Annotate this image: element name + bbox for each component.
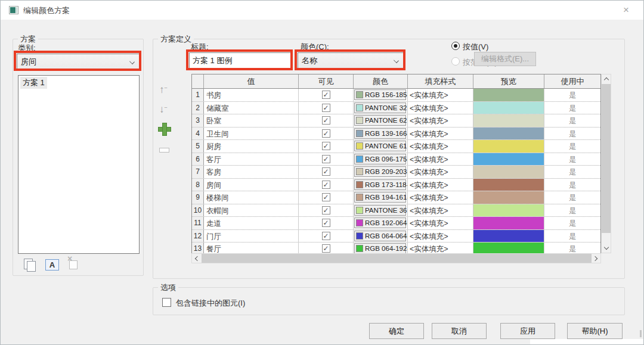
color-button[interactable]: PANTONE 36 (354, 205, 406, 216)
visible-cell: ✓ (299, 102, 354, 114)
color-button[interactable]: RGB 139-166- (354, 128, 406, 139)
fill-pattern-cell[interactable]: <实体填充> (408, 204, 473, 217)
fill-pattern-cell[interactable]: <实体填充> (408, 102, 473, 114)
color-button[interactable]: RGB 173-118- (354, 179, 406, 190)
color-button[interactable]: PANTONE 61 (354, 141, 406, 151)
table-row[interactable]: 2储藏室✓PANTONE 32<实体填充>是 (192, 102, 600, 115)
value-cell[interactable]: 客房 (204, 166, 299, 178)
fill-pattern-cell[interactable]: <实体填充> (408, 140, 473, 153)
table-row[interactable]: 10衣帽间✓PANTONE 36<实体填充>是 (192, 204, 600, 217)
scroll-down-icon[interactable] (602, 244, 611, 253)
value-cell[interactable]: 书房 (204, 89, 299, 101)
table-row[interactable]: 9楼梯间✓RGB 194-161-<实体填充>是 (192, 191, 600, 204)
fill-pattern-cell[interactable]: <实体填充> (408, 217, 473, 229)
color-button[interactable]: RGB 156-185- (354, 89, 406, 100)
table-row[interactable]: 5厨房✓PANTONE 61<实体填充>是 (192, 140, 600, 153)
color-button[interactable]: RGB 209-203- (354, 166, 406, 177)
vertical-scroll-thumb[interactable] (602, 84, 611, 233)
by-range-radio[interactable] (451, 57, 460, 66)
value-cell[interactable]: 卫生间 (204, 128, 299, 140)
visible-checkbox[interactable]: ✓ (322, 206, 330, 215)
value-cell[interactable]: 房间 (204, 179, 299, 191)
fill-pattern-cell[interactable]: <实体填充> (408, 114, 473, 127)
value-cell[interactable]: 储藏室 (204, 102, 299, 114)
table-row[interactable]: 4卫生间✓RGB 139-166-<实体填充>是 (192, 128, 600, 141)
close-icon[interactable]: × (616, 3, 636, 17)
color-label: 颜色(C): (301, 42, 329, 52)
table-row[interactable]: 12门厅✓RGB 064-064-<实体填充>是 (192, 230, 600, 243)
fill-pattern-cell[interactable]: <实体填充> (408, 191, 473, 204)
visible-checkbox[interactable]: ✓ (322, 142, 330, 150)
color-button[interactable]: PANTONE 32 (354, 102, 406, 113)
value-cell[interactable]: 楼梯间 (204, 191, 299, 204)
value-cell[interactable]: 餐厅 (204, 243, 299, 254)
vertical-scrollbar[interactable] (601, 74, 611, 253)
color-button[interactable]: RGB 192-064- (354, 217, 406, 228)
horizontal-scroll-thumb[interactable] (202, 254, 592, 263)
include-linked-checkbox[interactable] (162, 298, 171, 307)
color-button[interactable]: RGB 194-161- (354, 192, 406, 203)
visible-checkbox[interactable]: ✓ (322, 219, 330, 227)
color-button[interactable]: RGB 064-064- (354, 231, 406, 241)
table-row[interactable]: 6客厅✓RGB 096-175-<实体填充>是 (192, 153, 600, 166)
move-down-icon[interactable]: ↓– (159, 104, 168, 116)
value-cell[interactable]: 卧室 (204, 114, 299, 127)
title-input[interactable] (189, 52, 291, 69)
scheme-listbox[interactable]: 方案 1 (18, 75, 140, 254)
scroll-up-icon[interactable] (602, 74, 611, 83)
delete-scheme-icon[interactable] (69, 260, 78, 269)
value-cell[interactable]: 衣帽间 (204, 204, 299, 217)
table-row[interactable]: 13餐厅✓RGB 064-192-<实体填充>是 (192, 243, 600, 254)
visible-checkbox[interactable]: ✓ (322, 193, 330, 201)
color-cell: RGB 156-185- (354, 89, 408, 101)
fill-pattern-cell[interactable]: <实体填充> (408, 243, 473, 254)
move-up-icon[interactable]: ↑– (159, 84, 168, 96)
table-row[interactable]: 8房间✓RGB 173-118-<实体填充>是 (192, 179, 600, 192)
scroll-left-icon[interactable] (192, 254, 201, 263)
scheme-list-item[interactable]: 方案 1 (20, 77, 47, 89)
fill-pattern-cell[interactable]: <实体填充> (408, 153, 473, 166)
table-row[interactable]: 11走道✓RGB 192-064-<实体填充>是 (192, 217, 600, 230)
visible-checkbox[interactable]: ✓ (322, 104, 330, 112)
color-button[interactable]: RGB 096-175- (354, 154, 406, 164)
help-button[interactable]: 帮助(H) (567, 323, 623, 339)
row-number-cell: 9 (192, 191, 204, 204)
visible-checkbox[interactable]: ✓ (322, 155, 330, 163)
table-row[interactable]: 1书房✓RGB 156-185-<实体填充>是 (192, 89, 600, 102)
in-use-cell: 是 (544, 114, 600, 127)
horizontal-scrollbar[interactable] (191, 253, 601, 263)
fill-pattern-cell[interactable]: <实体填充> (408, 230, 473, 243)
fill-pattern-cell[interactable]: <实体填充> (408, 179, 473, 191)
visible-checkbox[interactable]: ✓ (322, 91, 330, 99)
visible-checkbox[interactable]: ✓ (322, 116, 330, 125)
add-value-icon[interactable] (158, 123, 170, 135)
preview-swatch (473, 179, 544, 191)
color-button[interactable]: PANTONE 62 (354, 115, 406, 126)
color-dropdown[interactable]: 名称 (298, 52, 404, 69)
apply-button[interactable]: 应用 (500, 323, 555, 339)
visible-checkbox[interactable]: ✓ (322, 232, 330, 240)
fill-pattern-cell[interactable]: <实体填充> (408, 128, 473, 140)
color-button[interactable]: RGB 064-192- (354, 243, 406, 254)
visible-cell: ✓ (299, 89, 354, 101)
rename-scheme-icon[interactable]: A (45, 259, 59, 271)
value-cell[interactable]: 客厅 (204, 153, 299, 166)
table-row[interactable]: 7客房✓RGB 209-203-<实体填充>是 (192, 166, 600, 179)
visible-checkbox[interactable]: ✓ (322, 244, 330, 253)
value-cell[interactable]: 走道 (204, 217, 299, 229)
cancel-button[interactable]: 取消 (432, 323, 487, 339)
visible-checkbox[interactable]: ✓ (322, 129, 330, 138)
resize-grip[interactable] (640, 330, 642, 337)
ok-button[interactable]: 确定 (369, 323, 424, 339)
value-cell[interactable]: 厨房 (204, 140, 299, 153)
by-value-radio[interactable] (451, 42, 460, 50)
fill-pattern-cell[interactable]: <实体填充> (408, 166, 473, 178)
table-row[interactable]: 3卧室✓PANTONE 62<实体填充>是 (192, 114, 600, 128)
category-dropdown[interactable]: 房间 (17, 54, 140, 70)
visible-checkbox[interactable]: ✓ (322, 167, 330, 176)
value-cell[interactable]: 门厅 (204, 230, 299, 243)
scroll-right-icon[interactable] (592, 254, 600, 263)
duplicate-scheme-icon[interactable] (24, 259, 37, 272)
visible-checkbox[interactable]: ✓ (322, 181, 330, 189)
fill-pattern-cell[interactable]: <实体填充> (408, 89, 473, 101)
